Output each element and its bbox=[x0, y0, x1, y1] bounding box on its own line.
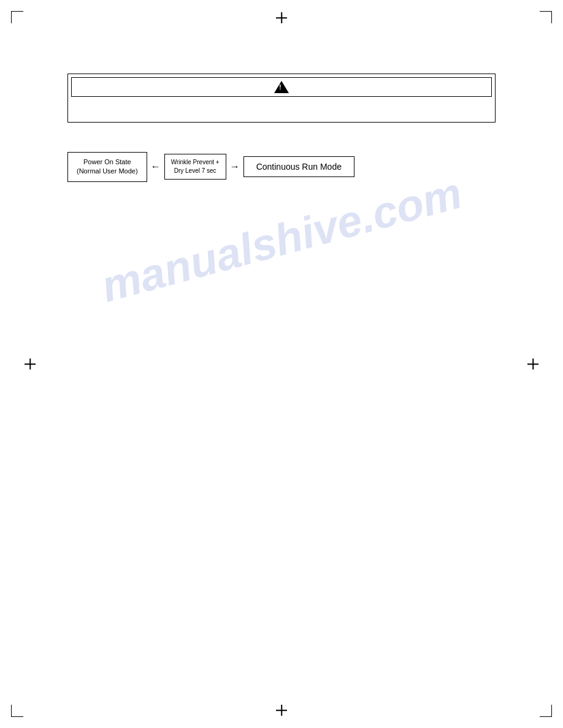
corner-mark-tr bbox=[540, 11, 552, 23]
crosshair-left bbox=[25, 358, 36, 370]
flow-box-center: Wrinkle Prevent + Dry Level 7 sec bbox=[164, 154, 226, 180]
corner-mark-br bbox=[540, 705, 552, 717]
flow-box-right: Continuous Run Mode bbox=[243, 156, 354, 177]
flow-box-center-line1: Wrinkle Prevent + bbox=[171, 159, 220, 165]
flow-box-center-line2: Dry Level 7 sec bbox=[174, 167, 216, 174]
warning-triangle-icon bbox=[274, 81, 289, 93]
arrow-right: → bbox=[226, 161, 243, 172]
warning-box bbox=[67, 74, 496, 123]
flow-box-left: Power On State (Normal User Mode) bbox=[67, 152, 147, 182]
arrow-left: ← bbox=[147, 161, 164, 172]
flow-box-left-line2: (Normal User Mode) bbox=[77, 167, 138, 175]
flow-diagram: Power On State (Normal User Mode) ← Wrin… bbox=[67, 152, 496, 182]
flow-box-left-line1: Power On State bbox=[83, 158, 131, 165]
crosshair-right bbox=[527, 358, 538, 370]
corner-mark-tl bbox=[11, 11, 23, 23]
crosshair-bottom-center bbox=[276, 705, 287, 716]
warning-inner-box bbox=[71, 77, 492, 97]
corner-mark-bl bbox=[11, 705, 23, 717]
crosshair-top-center bbox=[276, 12, 287, 23]
watermark: manualshive.com bbox=[96, 167, 467, 312]
